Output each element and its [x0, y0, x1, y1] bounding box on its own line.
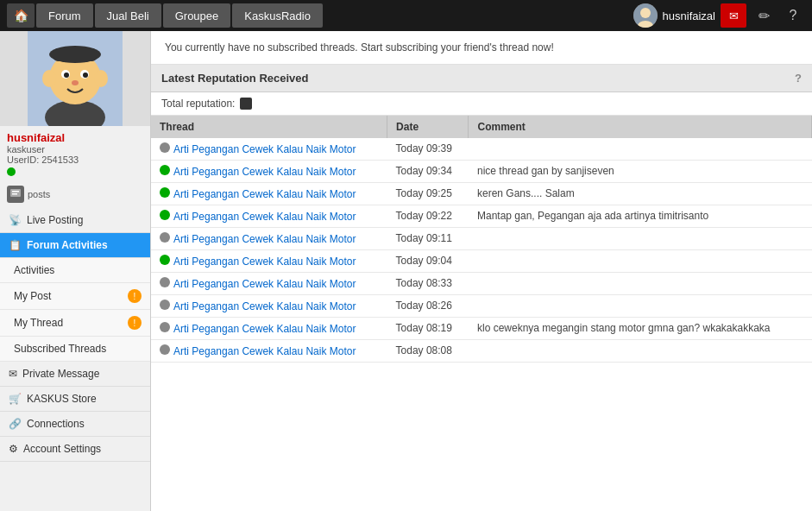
notification-button[interactable]: ✉	[721, 3, 746, 28]
nav-jualbeli-button[interactable]: Jual Beli	[95, 3, 161, 28]
comment-cell-2: keren Gans.... Salam	[469, 183, 812, 205]
thread-cell-2: Arti Pegangan Cewek Kalau Naik Motor	[151, 183, 387, 205]
main-content: You currently have no subscribed threads…	[151, 31, 812, 511]
rep-indicator-2	[160, 187, 170, 198]
thread-cell-8: Arti Pegangan Cewek Kalau Naik Motor	[151, 318, 387, 340]
menu-badge-my-thread: !	[128, 316, 142, 330]
menu-icon-connections: 🔗	[9, 418, 22, 430]
rep-indicator-1	[160, 165, 170, 175]
thread-cell-3: Arti Pegangan Cewek Kalau Naik Motor	[151, 205, 387, 228]
menu-label-activities: Activities	[14, 264, 54, 276]
sidebar-item-my-thread[interactable]: My Thread!	[0, 310, 150, 337]
svg-rect-16	[12, 191, 19, 192]
online-indicator	[7, 167, 16, 176]
svg-rect-17	[12, 193, 17, 195]
main-layout: husnifaizal kaskuser UserID: 2541533 pos…	[0, 31, 812, 511]
rep-indicator-3	[160, 210, 170, 220]
date-cell-2: Today 09:25	[387, 183, 469, 205]
table-row: Arti Pegangan Cewek Kalau Naik MotorToda…	[151, 161, 812, 183]
thread-link-2[interactable]: Arti Pegangan Cewek Kalau Naik Motor	[173, 188, 356, 200]
menu-label-my-thread: My Thread	[14, 317, 63, 329]
reputation-section: Latest Reputation Received ? Total reput…	[151, 65, 812, 363]
nav-forum-button[interactable]: Forum	[36, 3, 93, 28]
nav-groupee-button[interactable]: Groupee	[163, 3, 231, 28]
subscribed-message: You currently have no subscribed threads…	[151, 31, 812, 65]
thread-link-5[interactable]: Arti Pegangan Cewek Kalau Naik Motor	[173, 256, 356, 268]
home-button[interactable]: 🏠	[7, 3, 35, 28]
svg-rect-15	[10, 189, 21, 197]
thread-cell-7: Arti Pegangan Cewek Kalau Naik Motor	[151, 295, 387, 318]
sidebar-item-subscribed-threads[interactable]: Subscribed Threads	[0, 337, 150, 362]
table-row: Arti Pegangan Cewek Kalau Naik MotorToda…	[151, 205, 812, 228]
col-thread: Thread	[151, 116, 387, 138]
nav-username: husnifaizal	[663, 9, 715, 22]
rep-indicator-9	[160, 344, 170, 355]
menu-icon-private-message: ✉	[9, 368, 17, 380]
reputation-dot	[240, 98, 252, 110]
thread-link-0[interactable]: Arti Pegangan Cewek Kalau Naik Motor	[173, 143, 356, 155]
table-row: Arti Pegangan Cewek Kalau Naik MotorToda…	[151, 318, 812, 340]
help-button[interactable]: ?	[781, 3, 805, 28]
comment-cell-5	[469, 250, 812, 273]
sidebar-avatar-area	[0, 31, 150, 126]
svg-point-12	[72, 80, 79, 85]
svg-point-1	[640, 8, 651, 18]
thread-link-3[interactable]: Arti Pegangan Cewek Kalau Naik Motor	[173, 211, 356, 223]
menu-label-live-posting: Live Posting	[27, 214, 83, 226]
menu-icon-forum-activities: 📋	[9, 239, 22, 251]
sidebar-item-account-settings[interactable]: ⚙Account Settings	[0, 437, 150, 462]
sidebar-item-my-post[interactable]: My Post!	[0, 283, 150, 310]
sidebar-userid: UserID: 2541533	[7, 155, 143, 165]
thread-cell-6: Arti Pegangan Cewek Kalau Naik Motor	[151, 273, 387, 295]
sidebar-item-private-message[interactable]: ✉Private Message	[0, 362, 150, 387]
thread-link-4[interactable]: Arti Pegangan Cewek Kalau Naik Motor	[173, 233, 356, 245]
thread-cell-9: Arti Pegangan Cewek Kalau Naik Motor	[151, 340, 387, 363]
user-avatar-nav	[633, 3, 658, 28]
date-cell-5: Today 09:04	[387, 250, 469, 273]
thread-cell-4: Arti Pegangan Cewek Kalau Naik Motor	[151, 228, 387, 250]
menu-label-connections: Connections	[27, 418, 85, 430]
edit-button[interactable]: ✏	[752, 3, 776, 28]
date-cell-6: Today 08:33	[387, 273, 469, 295]
total-reputation-label: Total reputation:	[161, 98, 235, 110]
svg-point-11	[83, 73, 88, 78]
rep-indicator-7	[160, 300, 170, 310]
comment-cell-6	[469, 273, 812, 295]
comment-cell-1: nice thread gan by sanjiseven	[469, 161, 812, 183]
menu-label-account-settings: Account Settings	[23, 443, 101, 455]
table-row: Arti Pegangan Cewek Kalau Naik MotorToda…	[151, 273, 812, 295]
table-row: Arti Pegangan Cewek Kalau Naik MotorToda…	[151, 183, 812, 205]
date-cell-1: Today 09:34	[387, 161, 469, 183]
menu-icon-kaskus-store: 🛒	[9, 393, 22, 405]
reputation-help-icon[interactable]: ?	[795, 72, 802, 85]
date-cell-7: Today 08:26	[387, 295, 469, 318]
thread-cell-5: Arti Pegangan Cewek Kalau Naik Motor	[151, 250, 387, 273]
reputation-table-body: Arti Pegangan Cewek Kalau Naik MotorToda…	[151, 138, 812, 363]
thread-link-7[interactable]: Arti Pegangan Cewek Kalau Naik Motor	[173, 300, 356, 312]
posts-icon	[7, 186, 24, 203]
thread-link-8[interactable]: Arti Pegangan Cewek Kalau Naik Motor	[173, 323, 356, 335]
rep-indicator-0	[160, 142, 170, 153]
rep-indicator-8	[160, 322, 170, 332]
comment-cell-0	[469, 138, 812, 161]
sidebar-item-kaskus-store[interactable]: 🛒KASKUS Store	[0, 387, 150, 412]
sidebar-item-forum-activities[interactable]: 📋Forum Activities	[0, 233, 150, 258]
menu-label-subscribed-threads: Subscribed Threads	[14, 343, 106, 355]
sidebar-item-activities[interactable]: Activities	[0, 258, 150, 283]
sidebar-item-connections[interactable]: 🔗Connections	[0, 412, 150, 437]
user-area: husnifaizal ✉ ✏ ?	[633, 3, 805, 28]
menu-label-my-post: My Post	[14, 290, 51, 302]
menu-badge-my-post: !	[128, 289, 142, 303]
thread-link-9[interactable]: Arti Pegangan Cewek Kalau Naik Motor	[173, 345, 356, 357]
table-row: Arti Pegangan Cewek Kalau Naik MotorToda…	[151, 340, 812, 363]
sidebar-item-live-posting[interactable]: 📡Live Posting	[0, 208, 150, 233]
svg-point-7	[94, 70, 108, 87]
thread-cell-1: Arti Pegangan Cewek Kalau Naik Motor	[151, 161, 387, 183]
thread-link-6[interactable]: Arti Pegangan Cewek Kalau Naik Motor	[173, 278, 356, 290]
sidebar: husnifaizal kaskuser UserID: 2541533 pos…	[0, 31, 151, 511]
comment-cell-4	[469, 228, 812, 250]
nav-kaskusradio-button[interactable]: KaskusRadio	[232, 3, 323, 28]
comment-cell-3: Mantap gan, Pegangan aja ada artinya tim…	[469, 205, 812, 228]
thread-link-1[interactable]: Arti Pegangan Cewek Kalau Naik Motor	[173, 166, 356, 178]
col-date: Date	[387, 116, 469, 138]
